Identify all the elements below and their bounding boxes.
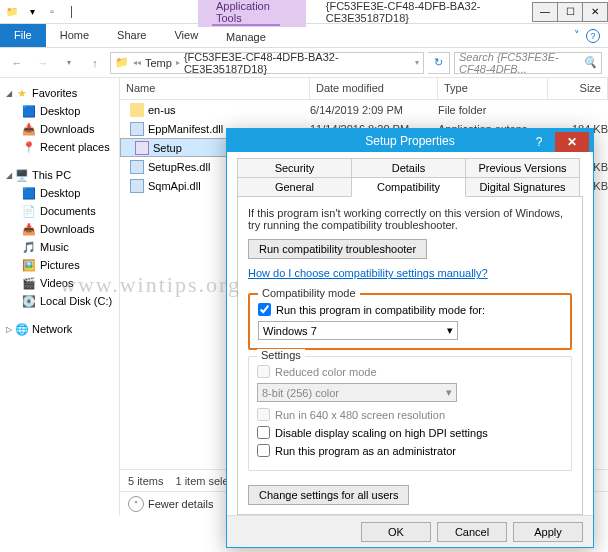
dll-icon	[130, 160, 144, 174]
dialog-help-button[interactable]: ?	[527, 132, 551, 152]
tab-digital-signatures[interactable]: Digital Signatures	[465, 177, 580, 197]
nav-pc-music[interactable]: 🎵Music	[2, 238, 117, 256]
ok-button[interactable]: OK	[361, 522, 431, 542]
dll-icon	[130, 122, 144, 136]
address-bar[interactable]: 📁 ◂◂ Temp ▸ {FC53FE3E-CF48-4DFB-BA32-CE3…	[110, 52, 424, 74]
search-icon: 🔍	[583, 56, 597, 69]
compat-mode-group: Compatibility mode Run this program in c…	[248, 293, 572, 350]
nav-pane: ◢★Favorites 🟦Desktop 📥Downloads 📍Recent …	[0, 78, 120, 516]
tab-security[interactable]: Security	[237, 158, 352, 178]
qat-sep: │	[64, 4, 80, 20]
column-headers[interactable]: Name Date modified Type Size	[120, 78, 608, 100]
up-button[interactable]: ↑	[84, 52, 106, 74]
tab-details[interactable]: Details	[351, 158, 466, 178]
lowres-checkbox[interactable]: Run in 640 x 480 screen resolution	[257, 408, 563, 421]
dialog-close-button[interactable]: ✕	[555, 132, 589, 152]
search-input[interactable]: Search {FC53FE3E-CF48-4DFB... 🔍	[454, 52, 602, 74]
nav-pc-desktop[interactable]: 🟦Desktop	[2, 184, 117, 202]
props-icon[interactable]: ▫	[44, 4, 60, 20]
nav-pc-documents[interactable]: 📄Documents	[2, 202, 117, 220]
chevron-down-icon: ▾	[447, 324, 453, 337]
change-all-users-button[interactable]: Change settings for all users	[248, 485, 409, 505]
properties-dialog: Setup Properties ? ✕ Security Details Pr…	[226, 128, 594, 548]
dialog-title: Setup Properties	[365, 134, 454, 148]
nav-favorites[interactable]: ◢★Favorites	[2, 84, 117, 102]
tab-file[interactable]: File	[0, 24, 46, 47]
run-as-admin-checkbox[interactable]: Run this program as an administrator	[257, 444, 563, 457]
tab-compatibility[interactable]: Compatibility	[351, 177, 466, 197]
window-title: {FC53FE3E-CF48-4DFB-BA32-CE3E35187D18}	[326, 0, 533, 24]
overflow-icon[interactable]: ▾	[24, 4, 40, 20]
back-button[interactable]: ←	[6, 52, 28, 74]
refresh-button[interactable]: ↻	[428, 52, 450, 74]
tab-home[interactable]: Home	[46, 24, 103, 47]
context-tab: Application Tools	[198, 0, 306, 27]
nav-pc-downloads[interactable]: 📥Downloads	[2, 220, 117, 238]
chevron-up-icon: ˄	[128, 496, 144, 512]
tab-view[interactable]: View	[160, 24, 212, 47]
folder-icon: 📁	[4, 4, 20, 20]
reduced-color-checkbox[interactable]: Reduced color mode	[257, 365, 563, 378]
tab-general[interactable]: General	[237, 177, 352, 197]
crumb-guid[interactable]: {FC53FE3E-CF48-4DFB-BA32-CE3E35187D18}	[184, 51, 411, 75]
tab-share[interactable]: Share	[103, 24, 160, 47]
recent-button[interactable]: ▾	[58, 52, 80, 74]
minimize-button[interactable]: —	[532, 2, 558, 22]
crumb-temp[interactable]: Temp	[145, 57, 172, 69]
help-icon[interactable]: ?	[586, 29, 600, 43]
nav-thispc[interactable]: ◢🖥️This PC	[2, 166, 117, 184]
compat-mode-checkbox[interactable]: Run this program in compatibility mode f…	[258, 303, 562, 316]
folder-icon: 📁	[115, 56, 129, 69]
close-button[interactable]: ✕	[582, 2, 608, 22]
color-depth-select: 8-bit (256) color▾	[257, 383, 457, 402]
exe-icon	[135, 141, 149, 155]
folder-icon	[130, 103, 144, 117]
tab-previous-versions[interactable]: Previous Versions	[465, 158, 580, 178]
dpi-scaling-checkbox[interactable]: Disable display scaling on high DPI sett…	[257, 426, 563, 439]
nav-desktop[interactable]: 🟦Desktop	[2, 102, 117, 120]
nav-network[interactable]: ▷🌐Network	[2, 320, 117, 338]
nav-pc-pictures[interactable]: 🖼️Pictures	[2, 256, 117, 274]
tabs: Security Details Previous Versions Gener…	[237, 158, 583, 197]
dll-icon	[130, 179, 144, 193]
ribbon-expand-icon[interactable]: ˅	[574, 29, 580, 42]
forward-button[interactable]: →	[32, 52, 54, 74]
run-troubleshooter-button[interactable]: Run compatibility troubleshooter	[248, 239, 427, 259]
compat-mode-select[interactable]: Windows 7▾	[258, 321, 458, 340]
dialog-titlebar[interactable]: Setup Properties ? ✕	[227, 129, 593, 152]
nav-downloads[interactable]: 📥Downloads	[2, 120, 117, 138]
tab-manage[interactable]: Manage	[212, 24, 280, 47]
settings-group: Settings Reduced color mode 8-bit (256) …	[248, 356, 572, 471]
compat-help-link[interactable]: How do I choose compatibility settings m…	[248, 267, 488, 279]
apply-button[interactable]: Apply	[513, 522, 583, 542]
compat-description: If this program isn't working correctly …	[248, 207, 572, 231]
nav-pc-videos[interactable]: 🎬Videos	[2, 274, 117, 292]
table-row[interactable]: en-us6/14/2019 2:09 PMFile folder	[120, 100, 608, 119]
maximize-button[interactable]: ☐	[557, 2, 583, 22]
nav-pc-localdisk[interactable]: 💽Local Disk (C:)	[2, 292, 117, 310]
cancel-button[interactable]: Cancel	[437, 522, 507, 542]
search-placeholder: Search {FC53FE3E-CF48-4DFB...	[459, 51, 583, 75]
nav-recent[interactable]: 📍Recent places	[2, 138, 117, 156]
